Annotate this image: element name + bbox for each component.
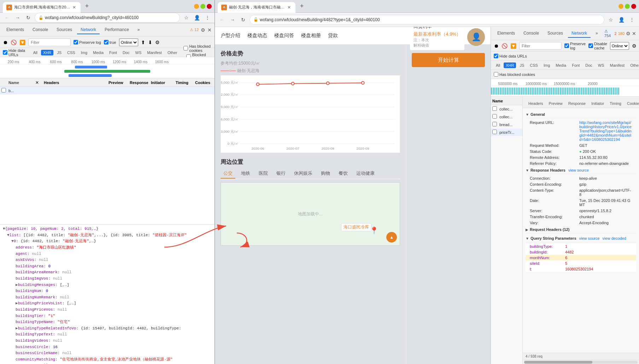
left-refresh-btn[interactable]: ↻ xyxy=(24,13,33,22)
left-tab-close[interactable]: ✕ xyxy=(71,5,77,10)
left-filter-icon[interactable]: 🔽 xyxy=(19,40,25,45)
left-hide-data-urls[interactable]: Hide data URLs xyxy=(3,48,25,57)
right-checkbox-2[interactable] xyxy=(492,114,497,119)
response-headers-view-source[interactable]: view source xyxy=(568,168,589,172)
left-download-icon[interactable]: ⬇ xyxy=(148,40,152,45)
right-detail-tab-headers[interactable]: Headers xyxy=(526,100,546,108)
left-filter-doc[interactable]: Doc xyxy=(121,50,132,55)
left-back-btn[interactable]: ← xyxy=(3,13,11,22)
right-checkbox-1[interactable] xyxy=(492,106,497,111)
left-preserve-log-label[interactable]: Preserve log xyxy=(74,40,101,44)
left-minimize-btn[interactable] xyxy=(194,4,199,9)
left-filter-media[interactable]: Media xyxy=(91,50,106,55)
right-close-btn[interactable] xyxy=(631,4,636,9)
right-new-tab-btn[interactable]: + xyxy=(297,1,307,11)
query-string-view-source[interactable]: view source xyxy=(579,236,600,240)
right-filter-media[interactable]: Media xyxy=(553,62,568,68)
left-blocked-requests-label[interactable]: Has blocked cookies xyxy=(183,44,212,53)
left-clear-btn[interactable]: 🚫 xyxy=(11,40,17,45)
nav-hutx[interactable]: 户型介绍 xyxy=(221,32,240,39)
loc-tab-leisure[interactable]: 休闲娱乐 xyxy=(291,169,315,179)
left-filter-js[interactable]: JS xyxy=(55,50,64,55)
left-preserve-log-checkbox[interactable] xyxy=(74,40,78,44)
right-settings-icon2[interactable]: ⚙ xyxy=(632,43,637,49)
right-tab-close[interactable]: ✕ xyxy=(286,5,292,10)
left-throttle-select[interactable]: Online xyxy=(119,38,138,46)
left-close-devtools[interactable]: ✕ xyxy=(207,27,212,33)
right-throttle-select[interactable]: Online xyxy=(610,42,629,50)
right-filter-font[interactable]: Font xyxy=(570,62,582,68)
left-restore-btn[interactable] xyxy=(200,4,205,9)
right-minimize-btn[interactable] xyxy=(619,4,623,9)
request-headers-section[interactable]: ▶ Request Headers (12) xyxy=(526,226,636,233)
left-forward-btn[interactable]: → xyxy=(13,13,22,22)
right-filter-input[interactable] xyxy=(519,42,562,50)
right-net-item-1[interactable]: collec... xyxy=(491,105,522,113)
right-forward-btn[interactable]: → xyxy=(228,16,237,24)
right-active-tab[interactable]: 🏠 融创·无忌海，海南省海口市融创... ✕ xyxy=(218,2,295,13)
right-address-input[interactable]: 🔓 wofang.com/wfcloud/newBuilding/4482?ty… xyxy=(250,15,604,25)
loc-tab-dining[interactable]: 餐饮 xyxy=(336,169,351,179)
right-preserve-log-label[interactable]: Preserve log xyxy=(564,42,586,50)
right-checkbox-4[interactable] xyxy=(492,130,497,134)
loc-tab-shopping[interactable]: 购物 xyxy=(318,169,333,179)
left-dt-elements[interactable]: Elements xyxy=(3,26,28,34)
left-settings-icon[interactable]: ⚙ xyxy=(201,27,205,33)
left-filter-ws[interactable]: WS xyxy=(133,50,144,55)
left-filter-manifest[interactable]: Manifest xyxy=(145,50,164,55)
right-filter-other[interactable]: Other xyxy=(628,62,639,68)
loc-tab-bus[interactable]: 公交 xyxy=(221,169,235,179)
right-blocked-cookies-checkbox[interactable] xyxy=(494,72,498,77)
left-menu-btn[interactable]: ⋮ xyxy=(203,13,212,22)
right-detail-tab-timing[interactable]: Timing xyxy=(607,100,624,108)
right-detail-tab-response[interactable]: Response xyxy=(565,100,589,108)
left-filter-css[interactable]: CSS xyxy=(65,50,77,55)
right-clear-btn[interactable]: 🚫 xyxy=(502,43,508,49)
left-close-btn[interactable] xyxy=(207,4,212,9)
right-dt-elements[interactable]: Elements xyxy=(494,29,518,38)
right-restore-btn[interactable] xyxy=(625,4,630,9)
right-filter-css[interactable]: CSS xyxy=(528,62,540,68)
left-blocked-checkbox[interactable] xyxy=(183,46,188,50)
left-disable-cache-label[interactable]: true xyxy=(104,40,116,44)
left-address-input[interactable]: 🔓 wofang.com/wfcloud/newBuilding?_cityId… xyxy=(35,13,180,23)
right-filter-doc[interactable]: Doc xyxy=(583,62,594,68)
right-record-btn[interactable]: ⏺ xyxy=(494,43,499,49)
left-filter-img[interactable]: Img xyxy=(79,50,89,55)
left-net-item-1[interactable]: b... xyxy=(0,87,215,95)
left-filter-font[interactable]: Font xyxy=(107,50,119,55)
right-net-item-3[interactable]: bread... xyxy=(491,121,522,129)
right-dt-sources[interactable]: Sources xyxy=(544,29,567,38)
left-bookmark-btn[interactable]: ☆ xyxy=(182,13,190,22)
right-scrollbar-track[interactable] xyxy=(524,361,638,364)
right-filter-all[interactable]: All xyxy=(494,62,502,68)
right-net-item-4[interactable]: priceTr... xyxy=(491,129,522,136)
left-dt-performance[interactable]: Performance xyxy=(101,26,133,34)
right-filter-icon[interactable]: 🔽 xyxy=(510,43,516,49)
right-bookmark-btn[interactable]: ☆ xyxy=(606,16,615,24)
left-new-tab-btn[interactable]: + xyxy=(82,1,92,11)
right-filter-js[interactable]: JS xyxy=(517,62,526,68)
right-refresh-btn[interactable]: ↻ xyxy=(239,16,247,24)
right-disable-cache-label[interactable]: Disable cache xyxy=(588,42,607,50)
right-close-devtools[interactable]: ✕ xyxy=(632,31,636,36)
right-scrollbar[interactable] xyxy=(523,360,639,364)
query-string-section[interactable]: ▼ Query String Parameters view source vi… xyxy=(526,235,636,242)
left-dt-more[interactable]: » xyxy=(134,26,143,34)
scroll-top-btn[interactable]: ▲ xyxy=(386,232,397,243)
right-filter-xhr[interactable]: XHR xyxy=(504,62,516,68)
right-hide-data-urls-checkbox[interactable] xyxy=(494,54,498,58)
nav-lpxc[interactable]: 楼盘相册 xyxy=(301,32,321,39)
loc-tab-bank[interactable]: 银行 xyxy=(274,169,288,179)
right-hide-data-urls[interactable]: Hide data URLs xyxy=(494,54,527,58)
calc-button[interactable]: 开始计算 xyxy=(412,53,485,67)
response-headers-section[interactable]: ▼ Response Headers view source xyxy=(526,167,636,174)
right-preserve-log-checkbox[interactable] xyxy=(564,43,569,48)
right-menu-btn[interactable]: ⋮ xyxy=(628,16,636,24)
left-disable-cache-checkbox[interactable] xyxy=(104,40,109,44)
left-filter-all[interactable]: All xyxy=(31,50,40,55)
right-blocked-cookies[interactable]: Has blocked cookies xyxy=(494,72,535,77)
left-dt-console[interactable]: Console xyxy=(29,26,52,34)
left-settings2-icon[interactable]: ⚙ xyxy=(155,40,160,45)
left-active-tab[interactable]: 🏠 海口市房价网,海南省海口市202... ✕ xyxy=(3,2,81,13)
